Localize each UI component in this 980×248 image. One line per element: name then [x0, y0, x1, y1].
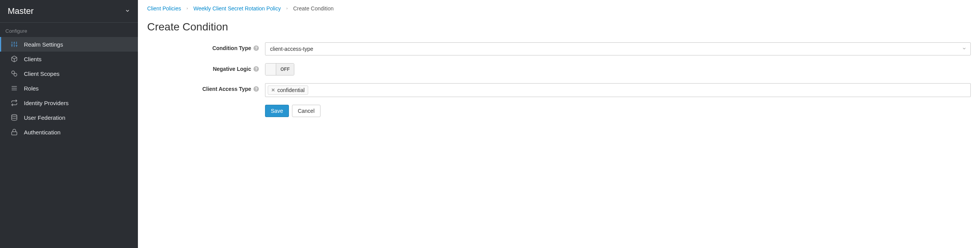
chevron-down-icon — [962, 46, 967, 52]
chevron-down-icon — [125, 8, 130, 15]
form-row-client-access-type: Client Access Type ? ✕confidential — [147, 83, 971, 97]
close-icon[interactable]: ✕ — [271, 87, 275, 93]
chevron-right-icon — [186, 5, 189, 12]
sidebar-item-identity-providers[interactable]: Identity Providers — [0, 96, 138, 110]
tag-label: confidential — [277, 87, 305, 93]
form-row-actions: Save Cancel — [147, 105, 971, 117]
main-content: Client PoliciesWeekly Client Secret Rota… — [138, 0, 980, 248]
help-icon[interactable]: ? — [253, 66, 259, 72]
save-button[interactable]: Save — [265, 105, 289, 117]
help-icon[interactable]: ? — [253, 86, 259, 92]
label-negative-logic: Negative Logic ? — [147, 63, 265, 72]
sidebar-item-label: Realm Settings — [24, 41, 63, 48]
sidebar-item-roles[interactable]: Roles — [0, 81, 138, 96]
sidebar-nav: Realm SettingsClientsClient ScopesRolesI… — [0, 37, 138, 139]
sidebar-item-user-federation[interactable]: User Federation — [0, 110, 138, 125]
negative-logic-toggle[interactable]: OFF — [265, 63, 294, 75]
scopes-icon — [11, 70, 18, 77]
sidebar: Master Configure Realm SettingsClientsCl… — [0, 0, 138, 248]
list-icon — [11, 85, 18, 92]
breadcrumb-item[interactable]: Weekly Client Secret Rotation Policy — [193, 5, 281, 12]
tag: ✕confidential — [268, 85, 308, 95]
sidebar-item-clients[interactable]: Clients — [0, 52, 138, 66]
sidebar-section-title: Configure — [0, 23, 138, 37]
svg-point-10 — [12, 71, 15, 74]
svg-rect-16 — [12, 132, 17, 135]
realm-name: Master — [8, 6, 34, 16]
page-title: Create Condition — [147, 21, 971, 33]
cube-icon — [11, 55, 18, 62]
sidebar-item-realm-settings[interactable]: Realm Settings — [0, 37, 138, 52]
form-row-condition-type: Condition Type ? client-access-type — [147, 42, 971, 55]
sidebar-item-label: Roles — [24, 85, 39, 92]
sidebar-item-authentication[interactable]: Authentication — [0, 125, 138, 139]
help-icon[interactable]: ? — [253, 45, 259, 51]
toggle-handle — [265, 64, 276, 75]
sidebar-item-label: Authentication — [24, 129, 60, 136]
swap-icon — [11, 99, 18, 106]
form-row-negative-logic: Negative Logic ? OFF — [147, 63, 971, 75]
client-access-type-input[interactable]: ✕confidential — [265, 83, 971, 97]
lock-icon — [11, 129, 18, 136]
database-icon — [11, 114, 18, 121]
realm-selector[interactable]: Master — [0, 0, 138, 23]
svg-point-15 — [12, 115, 17, 117]
breadcrumb-item[interactable]: Client Policies — [147, 5, 181, 12]
breadcrumb-item: Create Condition — [293, 5, 334, 12]
condition-type-select[interactable]: client-access-type — [265, 42, 971, 55]
sidebar-item-label: User Federation — [24, 114, 65, 121]
sidebar-item-label: Identity Providers — [24, 100, 69, 106]
toggle-off-label: OFF — [276, 64, 294, 75]
label-condition-type: Condition Type ? — [147, 42, 265, 51]
cancel-button[interactable]: Cancel — [292, 105, 321, 117]
chevron-right-icon — [285, 5, 289, 12]
sliders-icon — [11, 41, 18, 48]
sidebar-item-client-scopes[interactable]: Client Scopes — [0, 66, 138, 81]
breadcrumb: Client PoliciesWeekly Client Secret Rota… — [147, 4, 971, 17]
label-client-access-type: Client Access Type ? — [147, 83, 265, 92]
sidebar-item-label: Client Scopes — [24, 70, 60, 77]
svg-point-11 — [14, 73, 17, 76]
sidebar-item-label: Clients — [24, 56, 42, 62]
